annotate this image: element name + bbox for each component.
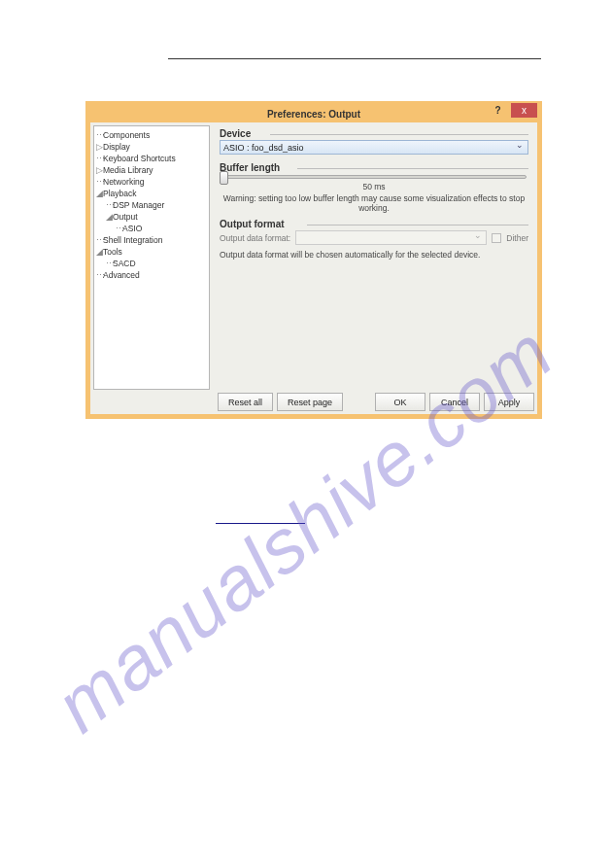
tree-item[interactable]: ◢Tools [96, 246, 207, 258]
format-field-label: Output data format: [220, 233, 290, 243]
tree-item[interactable]: ⋯DSP Manager [96, 199, 207, 211]
tree-item[interactable]: ▷Display [96, 141, 207, 153]
format-select [295, 230, 487, 245]
nav-tree: ⋯Components ▷Display ⋯Keyboard Shortcuts… [93, 125, 210, 390]
apply-button[interactable]: Apply [484, 393, 534, 411]
help-button[interactable]: ? [485, 103, 511, 118]
tree-item[interactable]: ⋯Keyboard Shortcuts [96, 153, 207, 164]
tree-item[interactable]: ⋯Components [96, 129, 207, 141]
tree-item[interactable]: ⋯Shell Integration [96, 234, 207, 246]
ok-button[interactable]: OK [375, 393, 425, 411]
tree-item[interactable]: ⋯Networking [96, 176, 207, 188]
dither-label: Dither [506, 233, 528, 243]
slider-thumb-icon[interactable] [220, 171, 228, 185]
buffer-slider[interactable] [221, 175, 527, 179]
divider-link [216, 523, 305, 524]
buffer-value: 50 ms [220, 182, 528, 191]
button-row: Reset all Reset page OK Cancel Apply [93, 393, 534, 411]
tree-item[interactable]: ◢Playback [96, 188, 207, 199]
divider-top [168, 58, 541, 59]
close-button[interactable]: x [511, 103, 537, 118]
device-select[interactable]: ASIO : foo_dsd_asio [220, 140, 528, 155]
tree-item[interactable]: ▷Media Library [96, 164, 207, 176]
tree-item[interactable]: ⋯Advanced [96, 269, 207, 281]
tree-item[interactable]: ⋯ASIO [96, 223, 207, 234]
window-title: Preferences: Output [267, 109, 360, 120]
dither-checkbox [492, 233, 501, 243]
format-note: Output data format will be chosen automa… [220, 250, 528, 260]
reset-all-button[interactable]: Reset all [218, 393, 273, 411]
cancel-button[interactable]: Cancel [429, 393, 480, 411]
tree-item[interactable]: ⋯SACD [96, 258, 207, 269]
main-panel: Device ASIO : foo_dsd_asio Buffer length… [214, 125, 534, 390]
tree-item[interactable]: ◢Output [96, 211, 207, 223]
reset-page-button[interactable]: Reset page [277, 393, 343, 411]
titlebar: Preferences: Output ? x [90, 106, 537, 122]
preferences-dialog: Preferences: Output ? x ⋯Components ▷Dis… [85, 101, 542, 419]
buffer-warning: Warning: setting too low buffer length m… [220, 193, 528, 213]
